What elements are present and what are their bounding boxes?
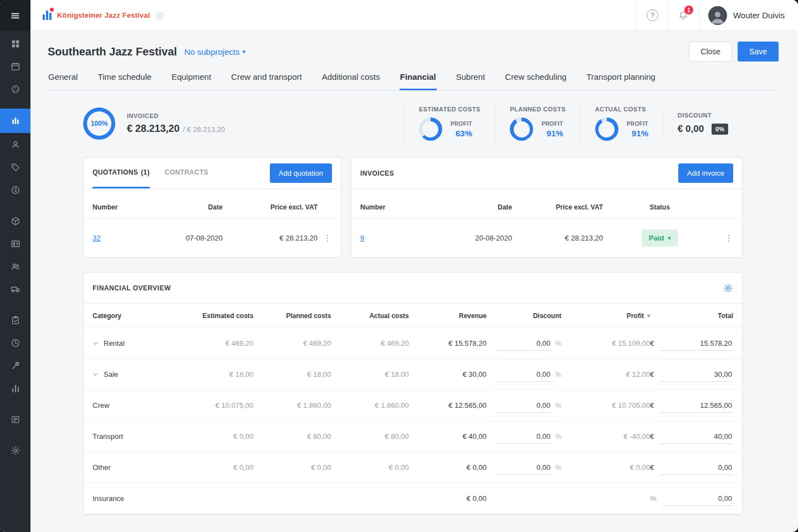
category-name: Transport — [93, 432, 123, 441]
discount-input[interactable] — [496, 461, 551, 475]
gear-icon — [723, 283, 733, 293]
user-menu[interactable]: Wouter Duivis — [699, 0, 798, 30]
discount-amount: € 0,00 — [678, 124, 704, 135]
notifications-button[interactable]: 1 — [668, 0, 699, 30]
col-revenue: Revenue — [409, 312, 487, 320]
sidebar-item-equipment[interactable] — [0, 209, 30, 232]
sidebar-item-customers[interactable] — [0, 133, 30, 156]
tab-general[interactable]: General — [48, 70, 78, 90]
sidebar-item-crew-members[interactable] — [0, 255, 30, 278]
circle-x-icon — [155, 11, 164, 20]
sidebar-item-timesheets[interactable] — [0, 331, 30, 354]
quotations-table-header: Number Date Price excl. VAT — [84, 189, 341, 218]
scroll-area[interactable]: 100% INVOICED € 28.213,20 / € 28.213,20 … — [30, 90, 798, 532]
tab-additional-costs[interactable]: Additional costs — [321, 70, 381, 90]
sidebar-item-dashboard[interactable] — [0, 32, 30, 55]
tab-subrent[interactable]: Subrent — [456, 70, 486, 90]
col-category: Category — [93, 312, 176, 320]
total-input[interactable] — [662, 492, 733, 506]
close-project-tab-button[interactable] — [155, 11, 164, 20]
discount-input[interactable] — [496, 336, 551, 351]
actual-cost: € 80,00 — [331, 432, 409, 441]
sidebar-item-reports[interactable] — [0, 408, 30, 431]
estimated-cost: € 10.075,00 — [176, 401, 253, 410]
col-planned: Planned costs — [253, 312, 331, 320]
planned-profit-value: 91% — [541, 129, 563, 138]
tab-equipment[interactable]: Equipment — [171, 70, 212, 90]
header-buttons: Close Save — [689, 42, 779, 62]
financial-row-other: Other € 0,00 € 0,00 € 0,00 € 0,00 % € 0,… — [84, 452, 742, 483]
sidebar-item-planner[interactable] — [0, 55, 30, 78]
tab-contracts[interactable]: CONTRACTS — [165, 158, 208, 188]
collapse-chevron-icon[interactable] — [93, 340, 99, 346]
sidebar-item-finance[interactable]: $ — [0, 178, 30, 201]
estimated-cost: € 0,00 — [176, 463, 253, 472]
tab-crew-scheduling[interactable]: Crew scheduling — [504, 70, 567, 90]
col-date: Date — [148, 203, 223, 211]
percent-suffix: % — [555, 464, 561, 472]
caret-down-icon: ▾ — [668, 235, 671, 241]
percent-suffix: % — [555, 340, 561, 347]
col-number: Number — [360, 203, 421, 211]
col-profit-sort[interactable]: Profit ▾ — [561, 312, 650, 320]
tab-financial[interactable]: Financial — [400, 70, 437, 90]
total-input[interactable] — [659, 336, 733, 351]
notification-dot — [50, 8, 54, 12]
add-invoice-button[interactable]: Add invoice — [678, 163, 733, 183]
stat-estimated-costs: ESTIMATED COSTS PROFIT 63% — [404, 105, 495, 142]
col-actual: Actual costs — [331, 312, 409, 320]
main-area: Königsteiner Jazz Festival ? 1 Woute — [30, 0, 798, 532]
total-input[interactable] — [659, 461, 733, 475]
percent-suffix: % — [555, 402, 561, 410]
financial-row-insurance: Insurance € 0,00 % — [84, 483, 742, 514]
sidebar-item-statistics[interactable] — [0, 377, 30, 400]
tab-transport-planning[interactable]: Transport planning — [586, 70, 656, 90]
sidebar-item-tasks[interactable] — [0, 309, 30, 331]
quotations-card-header: QUOTATIONS (1) CONTRACTS Add quotation — [84, 158, 341, 189]
caret-down-icon: ▾ — [242, 48, 245, 55]
open-project-tab[interactable]: Königsteiner Jazz Festival — [30, 0, 176, 30]
invoice-status-dropdown[interactable]: Paid ▾ — [642, 229, 678, 247]
financial-row-transport: Transport € 0,00 € 80,00 € 80,00 € 40,00… — [84, 421, 742, 452]
sidebar-item-settings[interactable] — [0, 439, 30, 462]
sidebar-item-transport[interactable] — [0, 278, 30, 300]
sidebar-item-tags[interactable] — [0, 156, 30, 178]
discount-input[interactable] — [496, 367, 551, 382]
tab-time-schedule[interactable]: Time schedule — [97, 70, 152, 90]
quotation-number-link[interactable]: 32 — [93, 234, 100, 242]
tab-quotations[interactable]: QUOTATIONS (1) — [93, 158, 150, 188]
hamburger-menu-button[interactable] — [0, 0, 30, 31]
clock-icon — [11, 338, 21, 348]
tab-crew-and-transport[interactable]: Crew and transport — [231, 70, 303, 90]
help-button[interactable]: ? — [637, 0, 668, 30]
total-input[interactable] — [659, 398, 733, 413]
sidebar-item-contacts[interactable] — [0, 232, 30, 255]
total-input[interactable] — [659, 367, 733, 382]
actual-costs-donut-chart — [595, 117, 618, 141]
row-menu-button[interactable]: ⋮ — [717, 233, 733, 243]
discount-percent-badge: 0% — [712, 124, 728, 135]
profit-label: PROFIT — [541, 121, 563, 127]
sidebar-item-crew-planner[interactable] — [0, 78, 30, 100]
close-button[interactable]: Close — [689, 42, 732, 62]
table-settings-button[interactable] — [723, 283, 733, 293]
save-button[interactable]: Save — [738, 42, 779, 62]
subprojects-dropdown[interactable]: No subprojects ▾ — [184, 47, 245, 57]
sidebar-item-projects[interactable] — [0, 109, 30, 133]
category-name: Insurance — [93, 494, 124, 503]
add-quotation-button[interactable]: Add quotation — [270, 163, 332, 183]
collapse-chevron-icon[interactable] — [93, 371, 99, 377]
category-name: Other — [93, 463, 111, 472]
total-input[interactable] — [659, 429, 733, 444]
discount-input[interactable] — [496, 429, 551, 444]
project-logo-icon — [43, 11, 52, 20]
invoice-number-link[interactable]: 9 — [360, 234, 364, 242]
currency-prefix: € — [650, 432, 654, 441]
sidebar-item-repairs[interactable] — [0, 354, 30, 377]
discount-input[interactable] — [496, 398, 551, 413]
revenue: € 12.565,00 — [409, 401, 487, 410]
row-menu-button[interactable]: ⋮ — [318, 233, 332, 243]
actual-cost: € 469,20 — [331, 339, 409, 347]
clipboard-check-icon — [11, 315, 21, 325]
invoices-card: INVOICES Add invoice Number Date Price e… — [351, 157, 743, 258]
